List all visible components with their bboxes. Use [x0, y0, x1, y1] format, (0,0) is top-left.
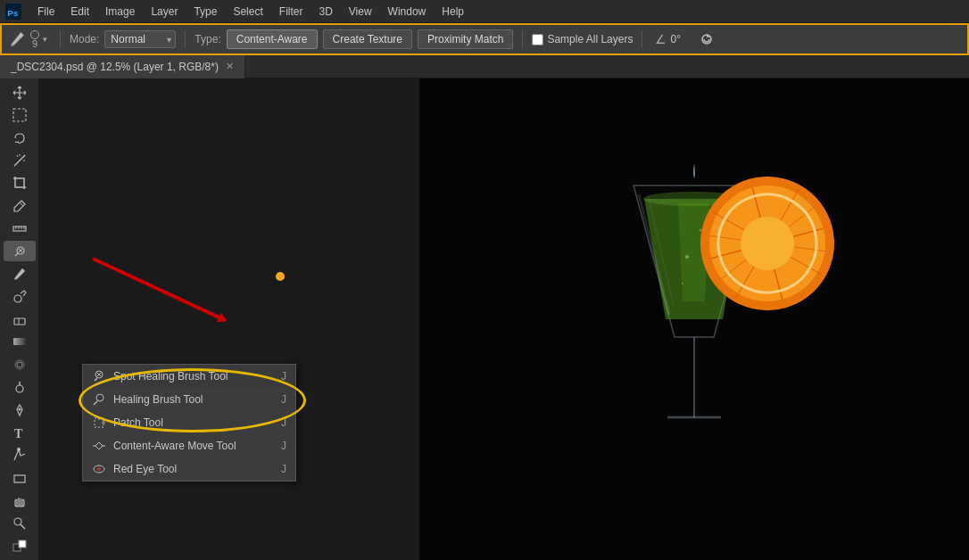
- brush-size-value: 9: [32, 39, 37, 49]
- tool-fg-bg[interactable]: [4, 535, 36, 556]
- tool-dodge[interactable]: [4, 376, 36, 397]
- menu-help[interactable]: Help: [435, 4, 471, 20]
- menu-3d[interactable]: 3D: [311, 4, 339, 20]
- menu-image[interactable]: Image: [98, 4, 142, 20]
- sample-all-layers-checkbox[interactable]: [532, 34, 543, 45]
- menu-layer[interactable]: Layer: [144, 4, 185, 20]
- tab-bar: _DSC2304.psd @ 12.5% (Layer 1, RGB/8*) ✕: [0, 55, 969, 78]
- svg-point-23: [17, 362, 22, 367]
- tool-crop[interactable]: [4, 173, 36, 194]
- brush-picker[interactable]: 9 ▾: [7, 29, 47, 49]
- main-layout: T: [0, 78, 969, 560]
- brush-size-indicator: [30, 30, 39, 39]
- ctx-content-aware-move[interactable]: Content-Aware Move Tool J: [83, 434, 295, 457]
- separator-3: [522, 30, 523, 48]
- ctx-content-aware-move-shortcut: J: [281, 440, 286, 452]
- tool-shape[interactable]: [4, 467, 36, 488]
- tool-pen[interactable]: [4, 399, 36, 420]
- tool-blur[interactable]: [4, 354, 36, 375]
- ctx-patch-tool-label: Patch Tool: [113, 416, 163, 429]
- svg-line-31: [21, 524, 25, 529]
- tool-move[interactable]: [4, 82, 36, 103]
- sample-all-layers-label[interactable]: Sample All Layers: [532, 33, 633, 45]
- app-logo: Ps: [4, 2, 23, 21]
- ctx-patch-tool[interactable]: Patch Tool J: [83, 411, 295, 434]
- tool-zoom[interactable]: [4, 513, 36, 533]
- type-create-texture-button[interactable]: Create Texture: [323, 29, 413, 49]
- tab-close-button[interactable]: ✕: [226, 61, 234, 72]
- brush-dropdown-arrow[interactable]: ▾: [43, 35, 47, 44]
- svg-point-38: [96, 394, 104, 401]
- svg-rect-21: [13, 338, 26, 345]
- separator-1: [60, 30, 61, 48]
- ctx-healing-brush-label: Healing Brush Tool: [113, 393, 203, 406]
- spot-healing-icon: [92, 369, 106, 383]
- ctx-red-eye-label: Red Eye Tool: [113, 463, 177, 475]
- ctx-healing-brush[interactable]: Healing Brush Tool J: [83, 388, 295, 411]
- menu-view[interactable]: View: [342, 4, 379, 20]
- separator-2: [185, 30, 186, 48]
- ctx-spot-healing-brush[interactable]: Spot Healing Brush Tool J: [83, 365, 295, 388]
- canvas-area: Spot Healing Brush Tool J Healing Brush …: [39, 78, 969, 560]
- tool-eraser[interactable]: [4, 309, 36, 329]
- menu-select[interactable]: Select: [226, 4, 269, 20]
- red-eye-tool-icon: [92, 462, 106, 476]
- ctx-red-eye-tool[interactable]: Red Eye Tool J: [83, 457, 295, 481]
- type-label: Type:: [195, 33, 220, 45]
- tool-gradient[interactable]: [4, 332, 36, 352]
- separator-4: [642, 30, 642, 48]
- svg-point-24: [16, 385, 23, 392]
- tool-healing[interactable]: [4, 241, 36, 261]
- tool-clone-stamp[interactable]: [4, 286, 36, 307]
- tool-magic-wand[interactable]: [4, 150, 36, 170]
- svg-line-37: [95, 378, 97, 381]
- svg-point-56: [700, 229, 702, 232]
- svg-rect-3: [13, 109, 26, 121]
- svg-point-18: [14, 295, 21, 302]
- healing-brush-icon: [92, 392, 106, 407]
- tool-ruler[interactable]: [4, 218, 36, 239]
- ctx-red-eye-shortcut: J: [281, 463, 286, 475]
- tool-hand[interactable]: [4, 490, 36, 511]
- document-tab[interactable]: _DSC2304.psd @ 12.5% (Layer 1, RGB/8*) ✕: [0, 55, 245, 78]
- svg-text:Ps: Ps: [7, 7, 19, 17]
- ctx-content-aware-move-label: Content-Aware Move Tool: [113, 440, 236, 452]
- menu-edit[interactable]: Edit: [63, 4, 96, 20]
- menu-type[interactable]: Type: [186, 4, 224, 20]
- svg-line-8: [20, 202, 23, 206]
- tool-text[interactable]: T: [4, 422, 36, 442]
- tool-lasso[interactable]: [4, 128, 36, 148]
- canvas-document[interactable]: [419, 78, 969, 560]
- sidebar: T: [0, 78, 39, 560]
- options-bar: 9 ▾ Mode: Normal Replace Multiply Screen…: [0, 23, 969, 55]
- mode-select[interactable]: Normal Replace Multiply Screen Overlay: [104, 30, 176, 48]
- svg-point-57: [682, 283, 683, 284]
- svg-rect-29: [14, 475, 25, 482]
- tool-marquee[interactable]: [4, 104, 36, 125]
- type-content-aware-button[interactable]: Content-Aware: [227, 29, 318, 49]
- tool-indicator-dot: [276, 272, 285, 281]
- mode-label: Mode:: [70, 33, 99, 45]
- angle-area: ∠ 0°: [655, 32, 692, 46]
- svg-line-17: [15, 253, 18, 256]
- type-proximity-match-button[interactable]: Proximity Match: [418, 29, 513, 49]
- tool-eyedropper[interactable]: [4, 195, 36, 216]
- menu-file[interactable]: File: [30, 4, 62, 20]
- context-menu: Spot Healing Brush Tool J Healing Brush …: [82, 364, 296, 482]
- svg-text:T: T: [14, 427, 23, 441]
- menu-filter[interactable]: Filter: [272, 4, 311, 20]
- patch-tool-icon: [92, 416, 106, 430]
- svg-point-55: [685, 255, 689, 259]
- svg-line-39: [94, 401, 97, 405]
- svg-point-26: [18, 408, 21, 410]
- mode-dropdown-wrapper: Normal Replace Multiply Screen Overlay: [104, 30, 176, 48]
- svg-line-7: [17, 155, 18, 157]
- content-aware-move-icon: [92, 439, 106, 453]
- refresh-button[interactable]: [697, 29, 716, 49]
- cocktail-artwork: [419, 78, 969, 560]
- tool-brush[interactable]: [4, 263, 36, 284]
- svg-rect-19: [14, 318, 25, 325]
- angle-value: 0°: [670, 33, 692, 45]
- menu-window[interactable]: Window: [381, 4, 434, 20]
- tool-path-select[interactable]: [4, 445, 36, 465]
